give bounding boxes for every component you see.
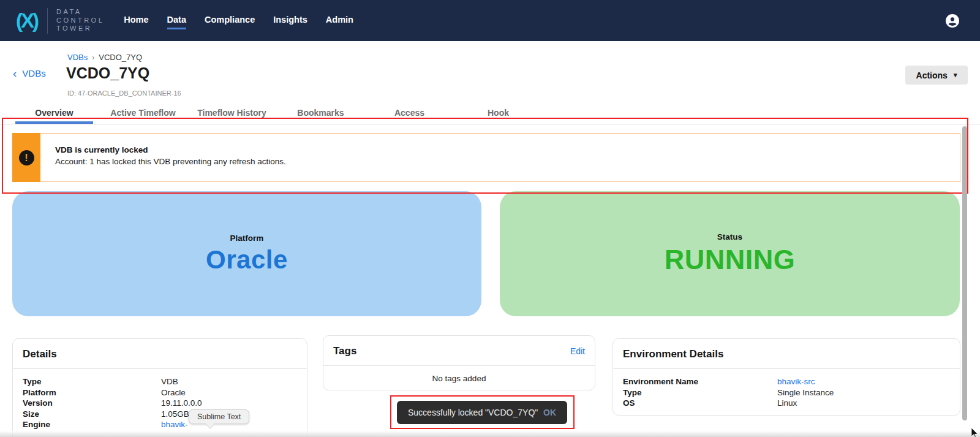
details-rows: Type VDB Platform Oracle Version 19.11.0… [13, 369, 307, 430]
nav-item-home[interactable]: Home [124, 15, 148, 29]
engine-link[interactable]: bhavik- [161, 419, 188, 430]
window-bottom-edge [0, 431, 980, 437]
environment-name-link[interactable]: bhavik-src [777, 376, 815, 387]
nav-item-data[interactable]: Data [167, 15, 186, 29]
mouse-cursor-icon [971, 428, 980, 437]
tags-edit-link[interactable]: Edit [570, 346, 585, 356]
toast-ok-button[interactable]: OK [543, 408, 556, 417]
details-panel: Details Type VDB Platform Oracle Version… [12, 338, 307, 437]
exclamation-circle-icon: ! [19, 150, 34, 165]
vertical-scrollbar[interactable] [962, 126, 967, 420]
user-account-button[interactable] [945, 13, 960, 28]
detail-label-version: Version [23, 398, 161, 409]
alert-icon-block: ! [12, 133, 40, 182]
tab-bookmarks[interactable]: Bookmarks [276, 104, 365, 121]
alert-title: VDB is currently locked [55, 145, 960, 154]
actions-button[interactable]: Actions ▾ [905, 66, 968, 85]
tab-bar: Overview Active Timeflow Timeflow Histor… [10, 104, 543, 121]
table-row: Platform Oracle [23, 387, 297, 398]
env-value-type: Single Instance [777, 387, 834, 398]
tab-timeflow-history[interactable]: Timeflow History [187, 104, 276, 121]
platform-card-value: Oracle [206, 245, 288, 275]
taskbar-tooltip: Sublime Text [189, 409, 249, 424]
tab-overview[interactable]: Overview [10, 104, 99, 121]
top-navbar: (X) DATA CONTROL TOWER Home Data Complia… [0, 0, 980, 41]
detail-value-size: 1.05GB [161, 409, 189, 420]
nav-item-compliance[interactable]: Compliance [205, 15, 255, 29]
dct-logo-icon[interactable]: (X) [16, 10, 37, 31]
tags-panel-header: Tags Edit [323, 336, 595, 366]
env-value-os: Linux [777, 398, 797, 409]
environment-details-panel: Environment Details Environment Name bha… [612, 338, 960, 416]
env-label-type: Type [623, 387, 777, 398]
table-row: Size 1.05GB [23, 409, 297, 420]
tags-empty-text: No tags added [323, 366, 595, 383]
details-panel-header: Details [13, 339, 307, 369]
vdb-locked-alert: ! VDB is currently locked Account: 1 has… [12, 133, 960, 182]
environment-panel-header: Environment Details [613, 339, 960, 369]
tab-access[interactable]: Access [365, 104, 454, 121]
status-card-label: Status [717, 232, 742, 241]
table-row: Type Single Instance [623, 387, 950, 398]
table-row: Version 19.11.0.0.0 [23, 398, 297, 409]
back-link-label: VDBs [22, 68, 45, 78]
table-row: Environment Name bhavik-src [623, 376, 950, 387]
status-card: Status RUNNING [500, 191, 960, 316]
toast-message: Successfully locked "VCDO_7YQ" [408, 408, 538, 417]
breadcrumb-separator-icon: › [92, 53, 94, 62]
table-row: Engine bhavik- [23, 419, 297, 430]
tab-hook[interactable]: Hook [454, 104, 543, 121]
actions-button-label: Actions [916, 70, 948, 80]
detail-label-size: Size [23, 409, 161, 420]
alert-message: Account: 1 has locked this VDB preventin… [55, 157, 960, 166]
brand-line-3: TOWER [56, 25, 104, 33]
breadcrumb: VDBs›VCDO_7YQ [67, 53, 142, 62]
tags-panel-title: Tags [333, 345, 356, 357]
detail-value-version: 19.11.0.0.0 [161, 398, 202, 409]
table-row: Type VDB [23, 376, 297, 387]
breadcrumb-current: VCDO_7YQ [99, 53, 142, 62]
chevron-left-icon: ‹ [13, 69, 17, 78]
details-panel-title: Details [23, 348, 57, 360]
detail-value-type: VDB [161, 376, 178, 387]
platform-card-label: Platform [230, 234, 264, 243]
app-window: (X) DATA CONTROL TOWER Home Data Complia… [0, 0, 980, 437]
user-icon [945, 21, 960, 30]
breadcrumb-vdbs-link[interactable]: VDBs [67, 53, 88, 62]
brand-line-2: CONTROL [56, 17, 104, 25]
environment-panel-title: Environment Details [623, 348, 723, 360]
tab-active-timeflow[interactable]: Active Timeflow [99, 104, 187, 121]
nav-item-insights[interactable]: Insights [273, 15, 307, 29]
detail-label-engine: Engine [23, 419, 161, 430]
alert-body: VDB is currently locked Account: 1 has l… [40, 133, 960, 182]
tab-bar-divider [0, 124, 980, 124]
detail-value-platform: Oracle [161, 387, 186, 398]
page-title: VCDO_7YQ [66, 64, 149, 82]
detail-label-platform: Platform [23, 387, 161, 398]
nav-item-admin[interactable]: Admin [326, 15, 353, 29]
back-to-vdbs-link[interactable]: ‹ VDBs [13, 68, 46, 78]
env-label-os: OS [623, 398, 777, 409]
chevron-down-icon: ▾ [954, 71, 957, 79]
table-row: OS Linux [623, 398, 950, 409]
main-nav: Home Data Compliance Insights Admin [124, 15, 353, 29]
tags-panel: Tags Edit No tags added [323, 335, 595, 390]
tooltip-text: Sublime Text [197, 412, 241, 421]
status-card-value: RUNNING [665, 244, 796, 276]
brand-name: DATA CONTROL TOWER [56, 8, 104, 33]
page-id: ID: 47-ORACLE_DB_CONTAINER-16 [67, 89, 181, 97]
lock-success-toast: Successfully locked "VCDO_7YQ" OK [397, 401, 567, 424]
detail-label-type: Type [23, 376, 161, 387]
env-label-name: Environment Name [623, 376, 777, 387]
environment-rows: Environment Name bhavik-src Type Single … [613, 369, 960, 409]
brand-line-1: DATA [56, 8, 104, 17]
brand-divider [47, 8, 48, 34]
platform-card: Platform Oracle [12, 191, 481, 316]
